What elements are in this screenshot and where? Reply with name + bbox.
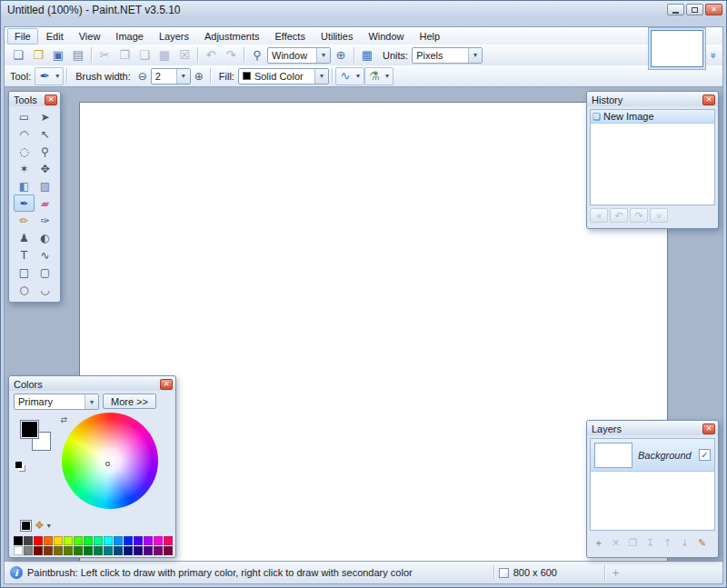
menu-item-edit[interactable]: Edit: [39, 28, 71, 45]
menu-item-window[interactable]: Window: [361, 28, 411, 45]
layer-visibility-checkbox[interactable]: ✓: [699, 449, 711, 461]
palette-swatch[interactable]: [154, 546, 163, 555]
palette-swatch[interactable]: [134, 536, 143, 545]
minimize-button[interactable]: [667, 4, 684, 15]
tool-text[interactable]: T: [14, 246, 35, 264]
tool-pan[interactable]: ✥: [35, 160, 55, 177]
layer-row[interactable]: Background✓: [591, 439, 714, 472]
zoom-mode-select[interactable]: Window ▾: [267, 47, 331, 64]
history-item[interactable]: ❏New Image: [591, 110, 714, 124]
palette-swatch[interactable]: [164, 536, 173, 545]
palette-swatch[interactable]: [124, 536, 133, 545]
merge-down-icon[interactable]: ↧: [642, 535, 658, 551]
menu-item-layers[interactable]: Layers: [152, 28, 196, 45]
menu-item-adjustments[interactable]: Adjustments: [197, 28, 267, 45]
palette-swatch[interactable]: [114, 546, 123, 555]
chevron-down-icon[interactable]: ▾: [354, 72, 363, 80]
chevron-down-icon[interactable]: ▾: [316, 48, 330, 63]
palette-swatch[interactable]: [54, 536, 63, 545]
move-up-icon[interactable]: ↑: [660, 535, 675, 551]
title-bar[interactable]: Untitled (100%) - Paint.NET v3.5.10 ✕: [1, 1, 726, 17]
chevron-down-icon[interactable]: ▾: [53, 72, 62, 80]
menu-item-help[interactable]: Help: [413, 28, 448, 45]
tool-lasso-select[interactable]: ◠: [14, 125, 35, 143]
palette-swatch[interactable]: [104, 536, 113, 545]
grid-toggle-icon[interactable]: ▦: [357, 46, 377, 65]
current-tool-button[interactable]: ✒ ▾: [35, 67, 64, 85]
palette-swatch[interactable]: [34, 536, 43, 545]
maximize-button[interactable]: [686, 4, 703, 15]
palette-swatch[interactable]: [124, 546, 133, 555]
chevron-down-icon[interactable]: ▾: [468, 48, 482, 63]
tool-rectangle-select[interactable]: ▭: [14, 108, 35, 125]
tool-paint-bucket[interactable]: ◧: [14, 177, 35, 194]
tool-eraser[interactable]: ▰: [35, 194, 55, 212]
brush-width-increase-button[interactable]: ⊕: [191, 68, 207, 85]
tools-close-icon[interactable]: ✕: [45, 95, 57, 105]
brush-width-select[interactable]: 2 ▾: [151, 68, 191, 85]
tool-move-selection[interactable]: ↖: [35, 125, 55, 143]
current-color-chip[interactable]: [20, 520, 32, 532]
swap-colors-icon[interactable]: ⇄: [60, 415, 67, 424]
units-select[interactable]: Pixels ▾: [412, 47, 483, 64]
move-down-icon[interactable]: ↓: [677, 535, 692, 551]
palette-swatch[interactable]: [64, 536, 73, 545]
palette-swatch[interactable]: [74, 546, 83, 555]
menu-item-effects[interactable]: Effects: [268, 28, 313, 45]
palette-swatch[interactable]: [24, 546, 33, 555]
colors-palette-titlebar[interactable]: Colors ✕: [9, 376, 175, 391]
layers-palette-titlebar[interactable]: Layers ✕: [587, 421, 718, 435]
palette-swatch[interactable]: [14, 546, 23, 555]
palette-swatch[interactable]: [104, 546, 113, 555]
tool-rectangle[interactable]: □: [14, 264, 35, 281]
palette-swatch[interactable]: [144, 536, 153, 545]
chevron-down-icon[interactable]: ▾: [314, 69, 328, 84]
palette-swatch[interactable]: [24, 536, 33, 545]
reset-colors-icon[interactable]: [15, 462, 22, 468]
tool-color-picker[interactable]: ✑: [35, 212, 55, 229]
color-wheel[interactable]: [62, 413, 158, 509]
palette-swatch[interactable]: [164, 546, 173, 555]
open-icon[interactable]: ❒: [28, 46, 48, 65]
add-layer-icon[interactable]: ＋: [591, 535, 606, 551]
shape-style-button[interactable]: ∿ ▾: [335, 67, 364, 85]
tool-recolor[interactable]: ◐: [35, 229, 55, 246]
tool-pencil[interactable]: ✏: [14, 212, 35, 229]
layer-properties-icon[interactable]: ✎: [694, 535, 710, 551]
chevron-down-icon[interactable]: ▾: [85, 394, 98, 409]
palette-swatch[interactable]: [84, 546, 93, 555]
palette-swatch[interactable]: [44, 536, 53, 545]
chevron-down-icon[interactable]: ▾: [176, 69, 190, 84]
duplicate-layer-icon[interactable]: ❐: [625, 535, 641, 551]
quality-button[interactable]: ⚗ ▾: [364, 67, 393, 85]
save-icon[interactable]: ▣: [48, 46, 68, 65]
layers-close-icon[interactable]: ✕: [702, 424, 715, 434]
toolbar-overflow-icon[interactable]: »: [704, 45, 722, 65]
menu-item-utilities[interactable]: Utilities: [314, 28, 360, 45]
palette-swatch[interactable]: [34, 546, 43, 555]
tool-gradient[interactable]: ▨: [35, 177, 55, 194]
tool-line-curve[interactable]: ∿: [35, 246, 55, 264]
close-button[interactable]: ✕: [705, 4, 722, 15]
tool-rounded-rectangle[interactable]: ▢: [35, 264, 55, 281]
color-mode-select[interactable]: Primary ▾: [14, 394, 99, 410]
palette-swatch[interactable]: [14, 536, 23, 545]
palette-menu-icon[interactable]: ❖: [35, 519, 45, 532]
palette-swatch[interactable]: [54, 546, 63, 555]
palette-swatch[interactable]: [154, 536, 163, 545]
primary-color-swatch[interactable]: [20, 420, 39, 439]
brush-width-decrease-button[interactable]: ⊖: [134, 68, 151, 85]
more-button[interactable]: More >>: [103, 394, 156, 409]
tool-ellipse-select[interactable]: ◌: [14, 143, 35, 160]
tool-paintbrush[interactable]: ✒: [14, 194, 35, 212]
menu-item-view[interactable]: View: [72, 28, 108, 45]
image-thumbnail[interactable]: [648, 27, 706, 70]
palette-swatch[interactable]: [74, 536, 83, 545]
palette-menu-arrow-icon[interactable]: ▾: [47, 522, 51, 530]
palette-swatch[interactable]: [134, 546, 143, 555]
palette-swatch[interactable]: [44, 546, 53, 555]
history-close-icon[interactable]: ✕: [702, 95, 715, 105]
fill-select[interactable]: Solid Color ▾: [238, 68, 329, 85]
palette-swatch[interactable]: [84, 536, 93, 545]
tools-palette-titlebar[interactable]: Tools ✕: [9, 92, 60, 106]
